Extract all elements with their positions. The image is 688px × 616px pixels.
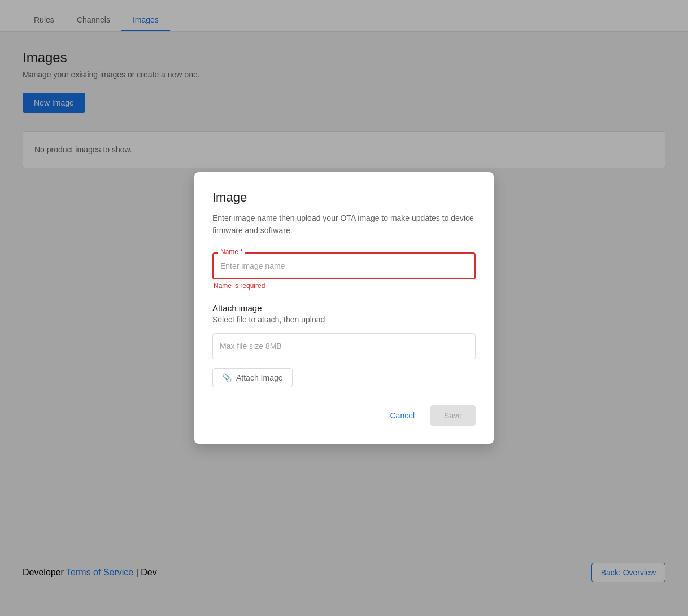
- attach-section: Attach image Select file to attach, then…: [212, 303, 476, 387]
- save-button[interactable]: Save: [430, 405, 476, 426]
- attach-section-desc: Select file to attach, then upload: [212, 315, 476, 324]
- name-input[interactable]: [212, 252, 476, 279]
- attach-btn-label: Attach Image: [236, 373, 283, 382]
- cancel-button[interactable]: Cancel: [381, 407, 424, 425]
- modal-footer: Cancel Save: [212, 405, 476, 426]
- modal-description: Enter image name then upload your OTA im…: [212, 212, 476, 237]
- name-error-text: Name is required: [212, 282, 476, 290]
- paperclip-icon: 📎: [222, 373, 232, 382]
- page-background: Rules Channels Images Images Manage your…: [0, 0, 688, 616]
- attach-section-title: Attach image: [212, 303, 476, 313]
- name-field-label: Name *: [218, 248, 245, 256]
- modal-overlay: Image Enter image name then upload your …: [0, 0, 688, 616]
- attach-image-button[interactable]: 📎 Attach Image: [212, 368, 293, 387]
- modal-title: Image: [212, 190, 476, 205]
- name-field-group: Name * Name is required: [212, 252, 476, 290]
- image-modal: Image Enter image name then upload your …: [194, 172, 494, 444]
- file-size-hint: Max file size 8MB: [212, 333, 476, 359]
